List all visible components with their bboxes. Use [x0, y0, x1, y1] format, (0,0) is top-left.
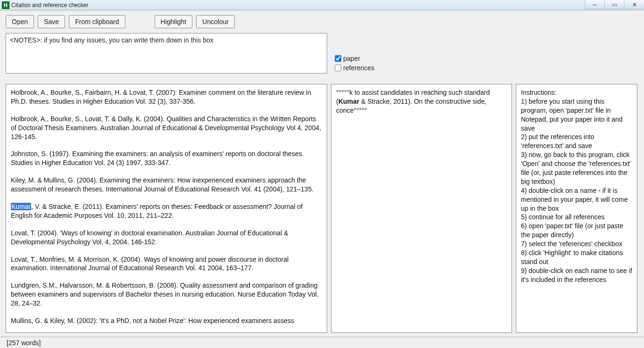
from-clipboard-button[interactable]: From clipboard	[69, 15, 125, 28]
references-textbox[interactable]: Holbrook, A., Bourke, S., Fairbairn, H. …	[6, 84, 327, 333]
window-titlebar: H Citation and reference checker ─ ▭ ✕	[0, 0, 644, 10]
instructions-textbox[interactable]: Instructions: 1) before you start using …	[516, 84, 637, 333]
reference-item: Lovat, T. (2004). 'Ways of knowing' in d…	[11, 229, 322, 247]
maximize-button[interactable]: ▭	[604, 0, 624, 9]
references-checkbox[interactable]	[335, 65, 341, 71]
highlighted-name: Kumar	[11, 203, 31, 210]
source-checkboxes: paper references	[335, 55, 374, 74]
instruction-line: 7) select the 'references' checkbox	[521, 240, 632, 249]
instruction-line: 2) put the references into 'references.t…	[521, 133, 632, 150]
paper-checkbox-row[interactable]: paper	[335, 55, 374, 62]
highlight-button[interactable]: Highlight	[155, 15, 192, 28]
reference-item: Lovat, T., Monfries, M. & Morrison, K. (…	[11, 255, 322, 273]
toolbar: Open Save From clipboard Highlight Uncol…	[6, 14, 638, 29]
paper-checkbox-label: paper	[343, 55, 360, 62]
instruction-line: 8) click 'Highlight' to make citations s…	[521, 249, 632, 266]
context-textbox[interactable]: °°°°°k to assist candidates in reaching …	[331, 84, 512, 333]
window-title: Citation and reference checker	[11, 2, 88, 8]
window-controls: ─ ▭ ✕	[585, 0, 644, 9]
references-checkbox-label: references	[343, 64, 374, 72]
notes-text: <NOTES>: if you find any issues, you can…	[10, 36, 214, 44]
reference-item: Mullins, G. & Kiley, M. (2002): 'It's a …	[11, 316, 322, 325]
instruction-line: 6) open 'paper.txt' file (or just paste …	[521, 222, 632, 240]
close-button[interactable]: ✕	[624, 0, 644, 9]
client-area: Open Save From clipboard Highlight Uncol…	[0, 10, 644, 337]
status-bar: [257 words]	[0, 337, 644, 348]
uncolour-button[interactable]: Uncolour	[196, 15, 235, 28]
status-text: [257 words]	[7, 339, 41, 347]
minimize-button[interactable]: ─	[585, 0, 604, 9]
save-button[interactable]: Save	[38, 15, 65, 28]
instruction-line: 1) before you start using this program, …	[521, 97, 632, 133]
open-button[interactable]: Open	[6, 15, 34, 28]
reference-item: Kumar, V. & Stracke, E. (2011). Examiner…	[11, 202, 322, 220]
notes-textbox[interactable]: <NOTES>: if you find any issues, you can…	[6, 33, 327, 74]
reference-item: Holbrook, A., Bourke, S., Lovat, T. & Da…	[11, 115, 322, 141]
instruction-line: 5) continue for all references	[521, 213, 632, 222]
app-icon: H	[2, 1, 9, 9]
instructions-header: Instructions:	[521, 88, 632, 97]
reference-item: Holbrook, A., Bourke, S., Fairbairn, H. …	[11, 88, 322, 106]
instruction-line: 4) double-click on a name - if it is men…	[521, 186, 632, 213]
reference-item: Johnston, S. (1997). Examining the exami…	[11, 149, 322, 167]
reference-item: Kiley, M. & Mullins, G. (2004). Examinin…	[11, 176, 322, 194]
context-match: Kumar	[339, 98, 359, 105]
reference-item: Lundgren, S.M., Halvarsson, M. & Roberts…	[11, 281, 322, 308]
instruction-line: 9) double-click on each name to see if i…	[521, 266, 632, 284]
references-checkbox-row[interactable]: references	[335, 64, 374, 72]
instruction-line: 3) now, go back to this program, click '…	[521, 150, 632, 186]
paper-checkbox[interactable]	[335, 55, 341, 62]
